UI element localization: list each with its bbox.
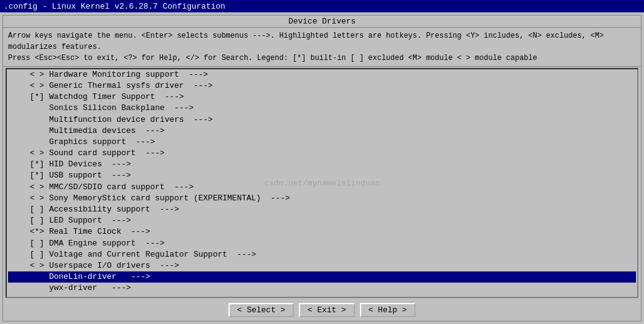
menu-item-accessibility[interactable]: [ ] Accessibility support --->	[8, 204, 636, 215]
title-bar: .config - Linux Kernel v2.6.28.7 Configu…	[0, 0, 644, 12]
panel-title: Device Drivers	[3, 15, 641, 28]
help-line-2: Press <Esc><Esc> to exit, <?> for Help, …	[8, 53, 636, 64]
menu-item-multifunction[interactable]: Multifunction device drivers --->	[8, 114, 636, 126]
menu-item-sony[interactable]: < > Sony MemoryStick card support (EXPER…	[8, 193, 636, 204]
menu-item-userspace[interactable]: < > Userspace I/O drivers --->	[8, 260, 636, 271]
menu-item-mmc[interactable]: < > MMC/SD/SDIO card support --->	[8, 182, 636, 193]
help-button[interactable]: < Help >	[360, 303, 416, 317]
menu-item-donelin[interactable]: DoneLin-driver --->	[8, 271, 636, 283]
menu-area[interactable]: <*> I2C support ---> [*] SPI support ---…	[6, 68, 638, 298]
menu-item-usb[interactable]: [*] USB support --->	[8, 170, 636, 181]
button-bar: < Select > < Exit > < Help >	[3, 299, 641, 321]
help-text: Arrow keys navigate the menu. <Enter> se…	[3, 28, 641, 67]
menu-item-hwmon[interactable]: < > Hardware Monitoring support --->	[8, 69, 636, 80]
exit-button[interactable]: < Exit >	[299, 303, 354, 317]
menu-item-sonics[interactable]: Sonics Silicon Backplane --->	[8, 103, 636, 114]
menu-item-multimedia[interactable]: Multimedia devices --->	[8, 126, 636, 137]
menu-item-dma[interactable]: [ ] DMA Engine support --->	[8, 238, 636, 249]
menu-item-hid[interactable]: [*] HID Devices --->	[8, 159, 636, 170]
menu-item-voltage[interactable]: [ ] Voltage and Current Regulator Suppor…	[8, 249, 636, 260]
menu-item-led[interactable]: [ ] LED Support --->	[8, 215, 636, 226]
menu-item-rtc[interactable]: <*> Real Time Clock --->	[8, 226, 636, 237]
menu-item-watchdog[interactable]: [*] Watchdog Timer Support --->	[8, 92, 636, 103]
help-line-1: Arrow keys navigate the menu. <Enter> se…	[8, 30, 636, 53]
menu-item-graphics[interactable]: Graphics support --->	[8, 137, 636, 148]
main-container: Device Drivers Arrow keys navigate the m…	[0, 12, 644, 324]
menu-item-thermal[interactable]: < > Generic Thermal sysfs driver --->	[8, 80, 636, 92]
menu-item-ywx[interactable]: ywx-driver --->	[8, 283, 636, 294]
select-button[interactable]: < Select >	[228, 303, 294, 317]
title-label: .config - Linux Kernel v2.6.28.7 Configu…	[4, 2, 225, 11]
menu-scroll[interactable]: <*> I2C support ---> [*] SPI support ---…	[7, 69, 637, 297]
panel: Device Drivers Arrow keys navigate the m…	[2, 15, 642, 322]
menu-item-sound[interactable]: < > Sound card support --->	[8, 148, 636, 159]
